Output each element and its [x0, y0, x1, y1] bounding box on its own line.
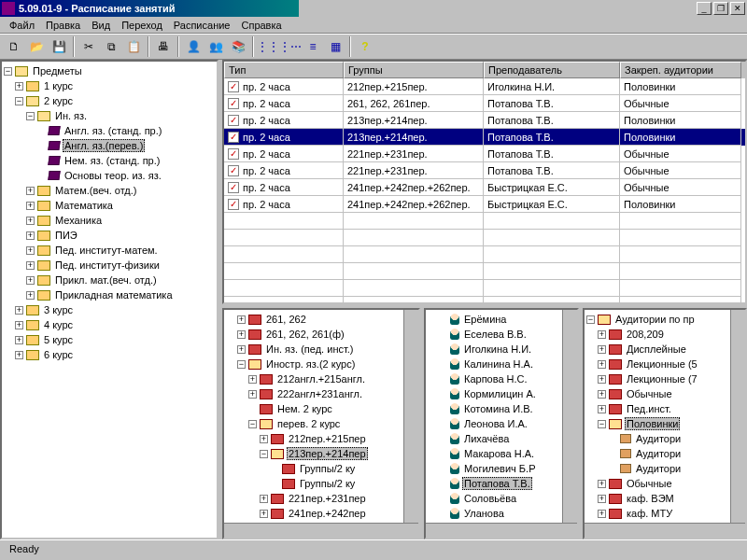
group-node[interactable]: Группы/2 ку [226, 476, 416, 491]
tree-dept[interactable]: +Прикладная математика [4, 287, 215, 302]
teacher-node[interactable]: Кормилицин А. [428, 386, 575, 401]
room-category[interactable]: +Обычные [586, 386, 743, 401]
column-header[interactable]: Закреп. аудитории [620, 62, 741, 78]
tree-dept[interactable]: +Механика [4, 213, 215, 228]
column-header[interactable]: Тип [224, 62, 344, 78]
room-category[interactable]: +Лекционные (7 [586, 371, 743, 386]
menu-schedule[interactable]: Расписание [168, 19, 236, 32]
tree-dept[interactable]: −Ин. яз. [4, 108, 215, 123]
books-icon[interactable]: 📚 [228, 36, 248, 57]
person2-icon[interactable]: 👥 [205, 36, 226, 57]
tree-dept[interactable]: +Пед. институт-физики [4, 258, 215, 273]
save-icon[interactable]: 💾 [49, 36, 69, 57]
group-node[interactable]: −перев. 2 курс [226, 416, 416, 431]
menu-edit[interactable]: Правка [40, 19, 86, 32]
tree-course[interactable]: −2 курс [4, 93, 215, 108]
groups-tree[interactable]: +261, 262+261, 262, 261(ф)+Ин. яз. (пед.… [222, 308, 420, 539]
teachers-tree[interactable]: ЕрёминаЕселева В.В.Иголкина Н.И.Калинина… [424, 308, 579, 539]
teacher-node[interactable]: Леонова И.А. [428, 416, 575, 431]
grid-row[interactable]: ✓пр. 2 часа241пер.+242пер.+262пер.Быстри… [224, 196, 745, 213]
tree-dept[interactable]: +Матем.(веч. отд.) [4, 183, 215, 198]
group-node[interactable]: +261, 262 [226, 312, 416, 327]
grid-row[interactable]: ✓пр. 2 часа261, 262, 261пер.Потапова Т.В… [224, 95, 745, 112]
teacher-node[interactable]: Ерёмина [428, 312, 575, 327]
column-header[interactable]: Преподаватель [484, 62, 620, 78]
tree-subject[interactable]: Нем. яз. (станд. пр.) [4, 153, 215, 168]
room-category[interactable]: +Обычные [586, 476, 743, 491]
teacher-node[interactable]: Могилевич Б.Р [428, 461, 575, 476]
new-icon[interactable]: 🗋 [4, 36, 24, 57]
menu-view[interactable]: Вид [86, 19, 116, 32]
tree-course[interactable]: +4 курс [4, 317, 215, 332]
tree-course[interactable]: +3 курс [4, 302, 215, 317]
paste-icon[interactable]: 📋 [123, 36, 144, 57]
teacher-node[interactable]: Карпова Н.С. [428, 371, 575, 386]
group-node[interactable]: −213пер.+214пер [226, 446, 416, 461]
list2-icon[interactable]: ⋮⋯ [280, 36, 301, 57]
group-node[interactable]: Группы/2 ку [226, 461, 416, 476]
teacher-node[interactable]: Соловьёва [428, 491, 575, 506]
grid-row[interactable]: ✓пр. 2 часа212пер.+215пер.Иголкина Н.И.П… [224, 78, 745, 95]
teacher-node[interactable]: Уланова [428, 506, 575, 521]
rooms-tree[interactable]: −Аудитории по пр+208,209+Дисплейные+Лекц… [583, 308, 747, 539]
lessons-grid[interactable]: ТипГруппыПреподавательЗакреп. аудитории✓… [222, 60, 747, 304]
teacher-node[interactable]: Еселева В.В. [428, 327, 575, 342]
tree-course[interactable]: +1 курс [4, 78, 215, 93]
room-category[interactable]: +Дисплейные [586, 342, 743, 357]
grid-row[interactable]: ✓пр. 2 часа213пер.+214пер.Потапова Т.В.П… [224, 112, 745, 129]
tree-subject[interactable]: Основы теор. из. яз. [4, 168, 215, 183]
tree-course[interactable]: +6 курс [4, 347, 215, 362]
tree-dept[interactable]: +Пед. институт-матем. [4, 243, 215, 258]
maximize-button[interactable]: ❐ [713, 2, 728, 15]
room-item[interactable]: Аудитори [586, 446, 743, 461]
room-category[interactable]: +каф. ВЭМ [586, 491, 743, 506]
cut-icon[interactable]: ✂ [78, 36, 99, 57]
grid-row[interactable]: ✓пр. 2 часа221пер.+231пер.Потапова Т.В.О… [224, 146, 745, 162]
group-node[interactable]: +212англ.+215англ. [226, 371, 416, 386]
tree-dept[interactable]: +Математика [4, 198, 215, 213]
teacher-node[interactable]: Калинина Н.А. [428, 357, 575, 371]
group-node[interactable]: +212пер.+215пер [226, 431, 416, 446]
grid-row[interactable]: ✓пр. 2 часа213пер.+214пер.Потапова Т.В.П… [224, 129, 745, 146]
room-category[interactable]: +каф. МТУ [586, 506, 743, 521]
grid-row[interactable]: ✓пр. 2 часа221пер.+231пер.Потапова Т.В.О… [224, 162, 745, 179]
rooms-root[interactable]: −Аудитории по пр [586, 312, 743, 327]
open-icon[interactable]: 📂 [26, 36, 47, 57]
room-category[interactable]: +208,209 [586, 327, 743, 342]
room-item[interactable]: Аудитори [586, 461, 743, 476]
room-item[interactable]: Аудитори [586, 431, 743, 446]
list3-icon[interactable]: ≡ [303, 36, 323, 57]
group-node[interactable]: +222англ+231англ. [226, 386, 416, 401]
details-icon[interactable]: ▦ [325, 36, 345, 57]
teacher-node[interactable]: Лихачёва [428, 431, 575, 446]
room-category[interactable]: +Пед.инст. [586, 401, 743, 416]
room-category[interactable]: +Лекционные (5 [586, 357, 743, 371]
help-icon[interactable]: ? [355, 36, 375, 57]
tree-course[interactable]: +5 курс [4, 332, 215, 347]
group-node[interactable]: Нем. 2 курс [226, 401, 416, 416]
menu-goto[interactable]: Переход [116, 19, 168, 32]
column-header[interactable]: Группы [344, 62, 484, 78]
subjects-tree[interactable]: −Предметы+1 курс−2 курс−Ин. яз.Англ. яз.… [0, 60, 218, 539]
copy-icon[interactable]: ⧉ [101, 36, 121, 57]
teacher-node[interactable]: Потапова Т.В. [428, 476, 575, 491]
teacher-node[interactable]: Иголкина Н.И. [428, 342, 575, 357]
group-node[interactable]: +261, 262, 261(ф) [226, 327, 416, 342]
menu-file[interactable]: Файл [4, 19, 40, 32]
teacher-node[interactable]: Котомина И.В. [428, 401, 575, 416]
list1-icon[interactable]: ⋮⋮ [258, 36, 278, 57]
room-category[interactable]: −Половинки [586, 416, 743, 431]
menu-help[interactable]: Справка [235, 19, 287, 32]
group-node[interactable]: +Ин. яз. (пед. инст.) [226, 342, 416, 357]
tree-root[interactable]: −Предметы [4, 63, 215, 78]
tree-subject[interactable]: Англ. яз.(перев.) [4, 138, 215, 153]
group-node[interactable]: +221пер.+231пер [226, 491, 416, 506]
person1-icon[interactable]: 👤 [183, 36, 204, 57]
grid-row[interactable]: ✓пр. 2 часа241пер.+242пер.+262пер.Быстри… [224, 179, 745, 196]
tree-dept[interactable]: +Прикл. мат.(веч. отд.) [4, 273, 215, 287]
tree-subject[interactable]: Англ. яз. (станд. пр.) [4, 123, 215, 138]
group-node[interactable]: −Иностр. яз.(2 курс) [226, 357, 416, 371]
group-node[interactable]: +241пер.+242пер [226, 506, 416, 521]
tree-dept[interactable]: +ПИЭ [4, 228, 215, 243]
teacher-node[interactable]: Макарова Н.А. [428, 446, 575, 461]
